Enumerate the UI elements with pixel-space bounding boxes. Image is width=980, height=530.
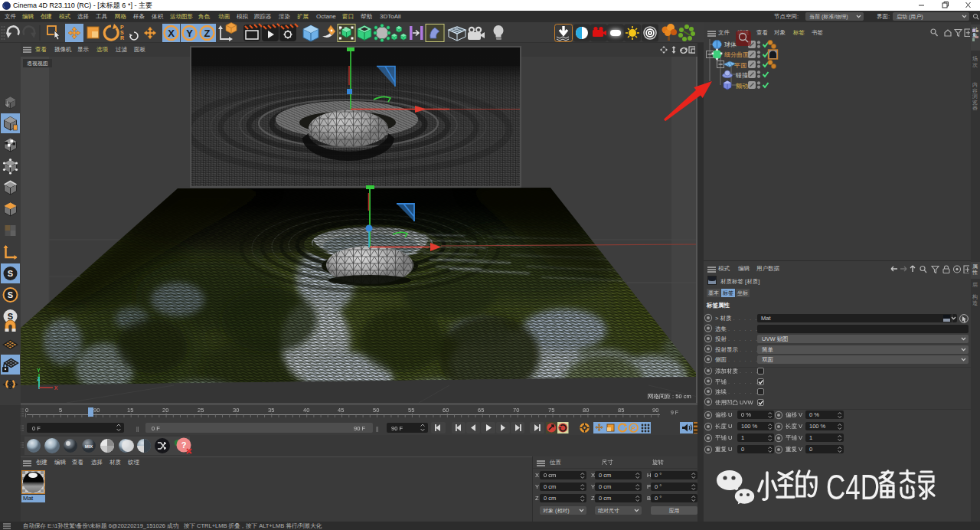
svg-text:?: ? <box>181 440 187 450</box>
svg-text:细分曲面: 细分曲面 <box>724 51 750 58</box>
svg-text:P: P <box>120 25 124 30</box>
svg-text:50: 50 <box>373 407 379 414</box>
svg-text:0: 0 <box>25 407 28 414</box>
svg-text:30: 30 <box>233 407 239 414</box>
svg-text:80: 80 <box>583 407 589 414</box>
svg-text:网格间距 : 50 cm: 网格间距 : 50 cm <box>648 393 691 400</box>
svg-text:Z: Z <box>204 28 211 39</box>
svg-text:Z: Z <box>37 376 41 381</box>
svg-text:90: 90 <box>93 407 100 414</box>
svg-text:S: S <box>8 312 13 321</box>
svg-text:85: 85 <box>618 407 624 414</box>
svg-text:平面: 平面 <box>734 62 747 69</box>
svg-text:40: 40 <box>303 407 309 414</box>
svg-text:P: P <box>632 425 636 432</box>
svg-text:Y: Y <box>37 368 41 373</box>
svg-text:70: 70 <box>513 407 519 414</box>
svg-text:0 F: 0 F <box>152 425 160 432</box>
svg-text:55: 55 <box>408 407 414 414</box>
svg-text:15: 15 <box>127 407 133 414</box>
svg-text:75: 75 <box>548 407 554 414</box>
svg-text:65: 65 <box>478 407 484 414</box>
svg-text:90 F: 90 F <box>391 425 403 432</box>
svg-text:||: || <box>376 426 379 432</box>
svg-text:R: R <box>120 35 124 41</box>
svg-text:35: 35 <box>268 407 274 414</box>
svg-text:MIX: MIX <box>85 444 93 449</box>
svg-text:25: 25 <box>198 407 204 414</box>
svg-text:0 F: 0 F <box>32 425 41 432</box>
svg-text:碰撞: 碰撞 <box>735 72 748 79</box>
svg-text:90: 90 <box>652 407 658 414</box>
svg-text:45: 45 <box>338 407 344 414</box>
svg-text:||: || <box>136 426 139 432</box>
svg-text:S: S <box>8 269 13 278</box>
svg-text:C4D: C4D <box>826 468 880 506</box>
svg-text:球体: 球体 <box>724 41 737 48</box>
svg-text:60: 60 <box>443 407 449 414</box>
svg-text:9 F: 9 F <box>671 410 678 415</box>
svg-text:5: 5 <box>59 407 62 414</box>
svg-text:20: 20 <box>162 407 168 414</box>
svg-text:S: S <box>8 290 13 299</box>
svg-text:颤动: 颤动 <box>736 83 748 90</box>
svg-text:90 F: 90 F <box>354 425 365 432</box>
svg-text:X: X <box>168 28 175 39</box>
svg-text:X: X <box>54 385 58 391</box>
svg-text:Y: Y <box>186 28 193 39</box>
svg-text:S: S <box>120 30 124 35</box>
